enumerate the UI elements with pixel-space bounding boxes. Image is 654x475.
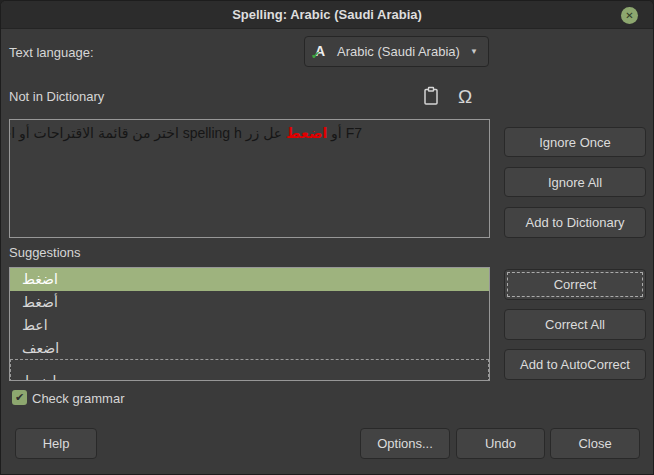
clipboard-icon	[420, 85, 442, 107]
suggestion-item[interactable]: اعط	[10, 314, 489, 337]
suggestions-list[interactable]: اضغط أضغط اعط اضعف اضبط	[9, 267, 490, 381]
text-language-label: Text language:	[9, 45, 94, 60]
add-to-dictionary-button[interactable]: Add to Dictionary	[504, 207, 646, 238]
titlebar[interactable]: Spelling: Arabic (Saudi Arabia) ✕	[1, 1, 653, 29]
not-in-dictionary-label: Not in Dictionary	[9, 89, 104, 104]
suggestion-item[interactable]: أضغط	[10, 291, 489, 314]
paste-button[interactable]	[419, 84, 443, 108]
sentence-end: عل زر spelling h اختر من قائمة الاقتراحا…	[9, 125, 286, 141]
not-in-dictionary-textbox[interactable]: F7 أو اضعط عل زر spelling h اختر من قائم…	[9, 119, 490, 238]
suggestion-item[interactable]: اضبط	[10, 359, 489, 381]
spellcheck-language-icon: A ✔	[315, 43, 330, 60]
check-grammar-label: Check grammar	[32, 391, 124, 406]
suggestion-item[interactable]: اضعف	[10, 336, 489, 359]
sentence-text: F7 أو اضعط عل زر spelling h اختر من قائم…	[9, 125, 362, 141]
close-icon: ✕	[625, 10, 633, 21]
check-grammar-checkbox[interactable]: ✔	[12, 390, 27, 405]
spelling-dialog: Spelling: Arabic (Saudi Arabia) ✕ Text l…	[0, 0, 654, 475]
correct-all-button[interactable]: Correct All	[504, 309, 646, 340]
special-character-icon: Ω	[458, 87, 472, 106]
options-button[interactable]: Options...	[360, 428, 450, 459]
undo-button[interactable]: Undo	[456, 428, 545, 459]
window-title: Spelling: Arabic (Saudi Arabia)	[1, 1, 653, 28]
ignore-all-button[interactable]: Ignore All	[504, 167, 646, 197]
chevron-down-icon: ▼	[470, 47, 478, 56]
checkmark-icon: ✔	[15, 391, 24, 404]
close-button[interactable]: Close	[550, 428, 640, 459]
suggestion-item-selected[interactable]: اضغط	[10, 268, 489, 291]
help-button[interactable]: Help	[15, 428, 97, 459]
add-to-autocorrect-button[interactable]: Add to AutoCorrect	[504, 349, 646, 380]
suggestions-label: Suggestions	[9, 245, 81, 260]
correct-button[interactable]: Correct	[504, 269, 646, 300]
sentence-start: F7 أو	[327, 125, 362, 141]
ignore-once-button[interactable]: Ignore Once	[504, 127, 646, 157]
window-close-button[interactable]: ✕	[621, 7, 638, 24]
insert-special-character-button[interactable]: Ω	[453, 84, 477, 108]
misspelled-word: اضعط	[286, 125, 327, 141]
text-language-dropdown[interactable]: A ✔ Arabic (Saudi Arabia) ▼	[304, 36, 489, 67]
text-language-value: Arabic (Saudi Arabia)	[337, 44, 460, 59]
